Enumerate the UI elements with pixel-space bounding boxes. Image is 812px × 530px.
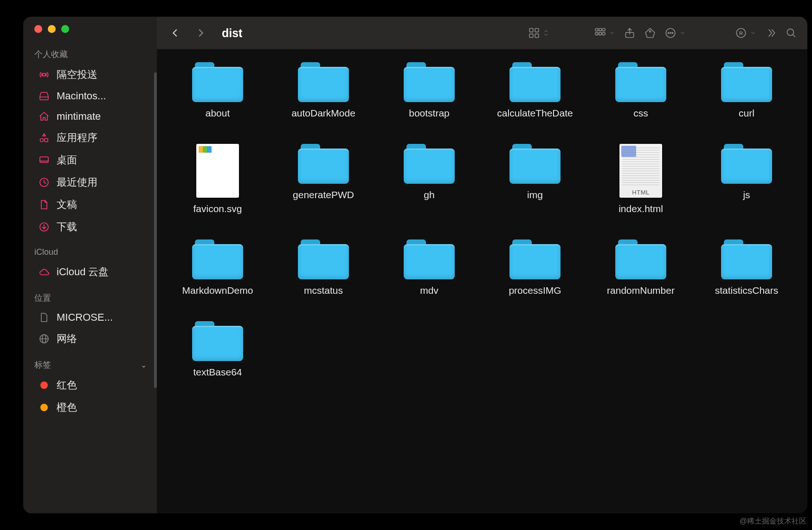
file-item[interactable]: autoDarkMode [273,62,374,119]
sidebar-item-label: 隔空投送 [57,68,97,82]
sidebar-item-favorites[interactable]: 最近使用 [34,171,149,194]
folder-icon [615,62,666,102]
file-item[interactable]: css [590,62,691,119]
window-title: dist [222,26,242,40]
file-item[interactable]: randomNumber [590,239,691,296]
svg-rect-18 [602,28,605,31]
sidebar-item-favorites[interactable]: 文稿 [34,194,149,216]
file-name-label: textBase64 [193,367,242,378]
tag-button[interactable] [644,27,656,39]
sidebar-heading-icloud: iCloud [34,245,149,261]
download-icon [38,221,50,233]
disk-icon [38,90,50,102]
folder-icon [721,239,772,279]
file-item[interactable]: img [484,144,586,214]
svg-rect-19 [595,32,598,35]
file-grid: aboutautoDarkModebootstrapcalculateTheDa… [167,62,797,378]
maximize-window-button[interactable] [61,25,69,33]
sidebar-item-favorites[interactable]: Macintos... [34,86,149,106]
file-item[interactable]: HTMLindex.html [590,144,691,214]
file-name-label: processIMG [509,285,561,296]
file-name-label: css [633,108,648,119]
sidebar-item-locations[interactable]: MICROSE... [34,307,149,328]
file-item[interactable]: js [696,144,797,214]
sidebar-item-locations[interactable]: 网络 [34,328,149,350]
sidebar-item-tags[interactable]: 橙色 [34,396,149,419]
file-item[interactable]: about [167,62,268,119]
file-name-label: img [527,189,543,200]
back-button[interactable] [167,25,184,41]
svg-rect-21 [602,32,605,35]
sidebar-item-label: 文稿 [57,198,77,212]
sidebar-item-icloud[interactable]: iCloud 云盘 [34,261,149,283]
file-item[interactable]: textBase64 [167,321,268,378]
file-item[interactable]: MarkdownDemo [167,239,268,296]
folder-icon [509,239,561,279]
folder-icon [615,239,666,279]
minimize-window-button[interactable] [48,25,56,33]
file-name-label: curl [739,108,754,119]
file-item[interactable]: generatePWD [273,144,374,214]
apps-icon [38,132,50,144]
svg-point-2 [40,139,44,142]
svg-point-26 [670,32,671,33]
svg-rect-14 [529,34,533,38]
file-name-label: mdv [420,285,438,296]
view-icons-button[interactable] [528,27,549,39]
airdrop-icon [38,69,50,81]
main-panel: dist [157,17,807,513]
file-item[interactable]: curl [696,62,797,119]
folder-icon [721,144,772,184]
folder-icon [192,239,243,279]
close-window-button[interactable] [34,25,42,33]
file-name-label: favicon.svg [193,203,242,214]
file-item[interactable]: calculateTheDate [484,62,586,119]
file-item[interactable]: favicon.svg [167,144,268,214]
forward-button[interactable] [192,25,209,41]
file-name-label: calculateTheDate [497,108,573,119]
svg-rect-13 [535,28,539,32]
cloud-icon [38,266,50,278]
svg-rect-15 [535,34,539,38]
svg-rect-17 [599,28,601,31]
file-item[interactable]: statisticsChars [696,239,797,296]
svg-rect-3 [45,139,48,142]
more-actions-button[interactable] [664,27,686,39]
sidebar-item-favorites[interactable]: 应用程序 [34,127,149,149]
sidebar-item-favorites[interactable]: 下载 [34,216,149,238]
file-name-label: gh [424,189,434,200]
file-item[interactable]: bootstrap [379,62,480,119]
file-name-label: mcstatus [304,285,343,296]
sidebar-heading-locations: 位置 [34,290,149,307]
folder-icon [298,144,349,184]
svg-rect-4 [40,157,48,162]
search-button[interactable] [785,27,797,39]
share-button[interactable] [624,27,636,39]
file-name-label: statisticsChars [715,285,779,296]
sidebar-scrollbar[interactable] [154,72,157,388]
folder-icon [298,239,349,279]
home-icon [38,110,50,123]
sidebar-item-label: 橙色 [57,401,77,414]
chevron-down-icon[interactable]: ⌄ [141,361,147,369]
tag-icon [38,401,50,414]
overflow-button[interactable] [765,27,777,39]
file-item[interactable]: mdv [379,239,480,296]
file-item[interactable]: processIMG [484,239,586,296]
file-item[interactable]: gh [379,144,480,214]
toolbar: dist [157,17,807,49]
extension-button[interactable] [735,27,756,39]
svg-rect-20 [599,32,601,35]
folder-icon [192,321,243,361]
file-name-label: js [743,189,750,200]
sidebar-item-favorites[interactable]: mintimate [34,106,149,127]
group-by-button[interactable] [594,27,615,39]
sidebar-item-tags[interactable]: 红色 [34,374,149,396]
sidebar-item-favorites[interactable]: 桌面 [34,149,149,171]
sidebar-item-favorites[interactable]: 隔空投送 [34,64,149,86]
finder-window: 个人收藏隔空投送Macintos...mintimate应用程序桌面最近使用文稿… [23,17,807,513]
svg-point-29 [787,29,793,35]
folder-icon [404,62,455,102]
file-name-label: bootstrap [409,108,450,119]
file-item[interactable]: mcstatus [273,239,374,296]
